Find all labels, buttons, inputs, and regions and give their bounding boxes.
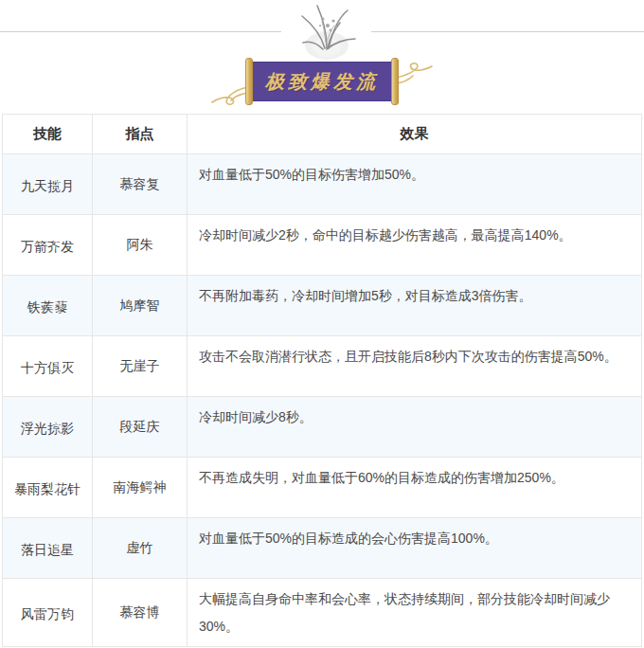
effect-text: 冷却时间减少2秒，命中的目标越少伤害越高，最高提高140%。 [188,215,642,276]
skill-cell: 万箭齐发 [3,215,93,276]
guide-page: 极致爆发流 技能 指点 效果 九天揽月 [0,0,644,648]
scroll-roller-icon [245,58,253,105]
table-header-row: 技能 指点 效果 [3,115,642,154]
table-row: 铁蒺藜 鸠摩智 不再附加毒药，冷却时间增加5秒，对目标造成3倍伤害。 [3,276,642,336]
mentor-name: 南海鳄神 [93,458,188,518]
mentor-name: 阿朱 [93,215,188,276]
mentor-name: 慕容复 [93,154,188,215]
mentor-name: 段延庆 [93,397,188,458]
table-row: 浮光掠影 段延庆 冷却时间减少8秒。 [3,397,642,458]
mentor-name: 无崖子 [93,336,188,397]
skill-cell: 风雷万钧 [3,579,93,647]
ink-orchid-icon [277,1,376,62]
gold-flourish-icon [210,66,248,112]
effect-text: 对血量低于50%的目标伤害增加50%。 [188,154,642,215]
effect-text: 不再造成失明，对血量低于60%的目标造成的伤害增加250%。 [188,458,642,518]
skills-table-wrap: 技能 指点 效果 九天揽月 慕容复 对血量低于50%的目标伤害增加50%。 万箭… [2,114,642,647]
skill-cell: 铁蒺藜 [3,276,93,336]
skills-table: 技能 指点 效果 九天揽月 慕容复 对血量低于50%的目标伤害增加50%。 万箭… [2,114,642,647]
divider-line [0,31,281,32]
effect-text: 不再附加毒药，冷却时间增加5秒，对目标造成3倍伤害。 [188,276,642,336]
skill-name: 万箭齐发 [3,239,92,256]
skill-name: 落日追星 [3,542,92,559]
skill-cell: 浮光掠影 [3,397,93,458]
table-row: 落日追星 虚竹 对血量低于50%的目标造成的会心伤害提高100%。 [3,518,642,579]
skill-cell: 九天揽月 [3,154,93,215]
table-row: 暴雨梨花针 南海鳄神 不再造成失明，对血量低于60%的目标造成的伤害增加250%… [3,458,642,518]
section-banner: 极致爆发流 [210,57,434,106]
skill-name: 暴雨梨花针 [3,481,92,498]
skill-name: 铁蒺藜 [3,299,92,316]
banner-scroll: 极致爆发流 [250,62,394,101]
table-row: 风雷万钧 慕容博 大幅提高自身命中率和会心率，状态持续期间，部分技能冷却时间减少… [3,579,642,647]
table-row: 十方俱灭 无崖子 攻击不会取消潜行状态，且开启技能后8秒内下次攻击的伤害提高50… [3,336,642,397]
effect-text: 冷却时间减少8秒。 [188,397,642,458]
skill-cell: 十方俱灭 [3,336,93,397]
effect-text: 攻击不会取消潜行状态，且开启技能后8秒内下次攻击的伤害提高50%。 [188,336,642,397]
mentor-name: 鸠摩智 [93,276,188,336]
effect-text: 对血量低于50%的目标造成的会心伤害提高100%。 [188,518,642,579]
mentor-name: 慕容博 [93,579,188,647]
skill-name: 浮光掠影 [3,421,92,438]
mentor-name: 虚竹 [93,518,188,579]
skill-name: 风雷万钧 [3,606,92,623]
column-header-effect: 效果 [188,115,642,154]
column-header-skill: 技能 [3,115,93,154]
scroll-roller-icon [391,58,399,105]
table-row: 九天揽月 慕容复 对血量低于50%的目标伤害增加50%。 [3,154,642,215]
divider-line [371,31,644,32]
effect-text: 大幅提高自身命中率和会心率，状态持续期间，部分技能冷却时间减少30%。 [188,579,642,647]
skill-name: 十方俱灭 [3,360,92,377]
skill-cell: 落日追星 [3,518,93,579]
gold-flourish-icon [396,61,434,106]
column-header-mentor: 指点 [93,115,188,154]
skill-name: 九天揽月 [3,178,92,195]
table-row: 万箭齐发 阿朱 冷却时间减少2秒，命中的目标越少伤害越高，最高提高140%。 [3,215,642,276]
skill-cell: 暴雨梨花针 [3,458,93,518]
skills-table-body: 九天揽月 慕容复 对血量低于50%的目标伤害增加50%。 万箭齐发 阿朱 冷却时… [3,154,642,647]
banner-title: 极致爆发流 [265,69,379,94]
